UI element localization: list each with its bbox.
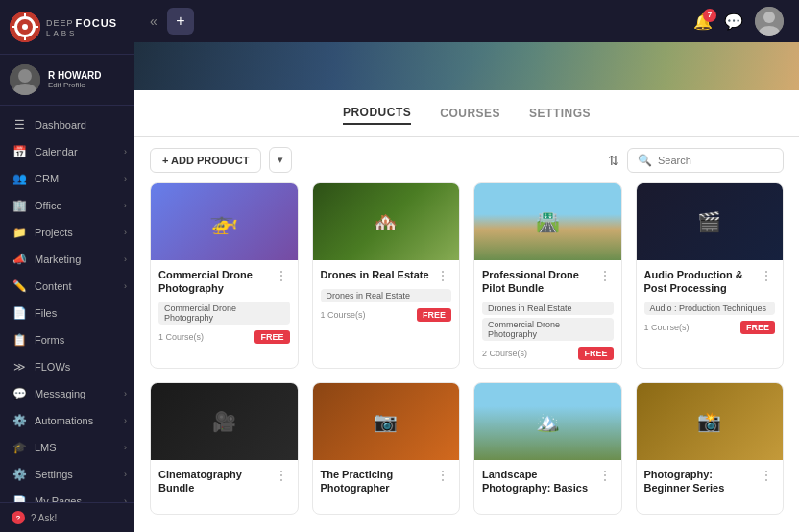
lms-icon: 🎓	[12, 441, 27, 454]
mypages-icon: 📄	[12, 495, 27, 502]
product-title: The Practicing Photographer	[321, 468, 431, 496]
automations-icon: ⚙️	[12, 414, 27, 427]
sidebar-item-marketing[interactable]: 📣 Marketing ›	[0, 246, 134, 273]
product-card[interactable]: Professional Drone Pilot Bundle ⋮ Drones…	[473, 182, 622, 369]
tab-products[interactable]: PRODUCTS	[343, 102, 411, 125]
card-menu-button[interactable]: ⋮	[758, 468, 775, 483]
sidebar-item-messaging[interactable]: 💬 Messaging ›	[0, 380, 134, 407]
card-header: The Practicing Photographer ⋮	[321, 468, 452, 496]
dashboard-icon: ☰	[12, 118, 27, 132]
product-title: Landscape Photography: Basics	[482, 468, 593, 496]
search-input[interactable]	[658, 155, 773, 166]
main-area: « + 🔔 7 💬 PRODUCTS COURSES	[134, 0, 799, 532]
chevron-right-icon: ›	[124, 281, 127, 291]
logo-post: LABS	[46, 29, 117, 37]
product-image	[313, 183, 460, 260]
user-name: R HOWARD	[48, 70, 102, 81]
sidebar-item-mypages[interactable]: 📄 My Pages ›	[0, 488, 134, 502]
card-footer: 1 Course(s) FREE	[321, 308, 452, 322]
add-button[interactable]: +	[167, 8, 194, 35]
sidebar-item-content[interactable]: ✏️ Content ›	[0, 273, 134, 300]
sidebar-item-label: Office	[35, 200, 62, 211]
add-product-button[interactable]: + ADD PRODUCT	[150, 148, 261, 173]
sidebar-user[interactable]: R HOWARD Edit Profile	[0, 55, 134, 106]
product-title: Commercial Drone Photography	[158, 268, 269, 296]
courses-count: 1 Course(s)	[158, 332, 204, 342]
product-card[interactable]: Cinematography Bundle ⋮	[150, 382, 299, 516]
tabs-bar: PRODUCTS COURSES SETTINGS	[134, 90, 799, 137]
add-product-label: + ADD PRODUCT	[162, 155, 249, 166]
card-menu-button[interactable]: ⋮	[758, 268, 775, 283]
chevron-right-icon: ›	[124, 496, 127, 502]
sidebar-item-calendar[interactable]: 📅 Calendar ›	[0, 138, 134, 165]
product-card[interactable]: Photography: Beginner Series ⋮	[636, 382, 785, 516]
logo-text-block: DEEP FOCUS LABS	[46, 17, 117, 37]
card-menu-button[interactable]: ⋮	[596, 468, 614, 483]
sidebar-item-projects[interactable]: 📁 Projects ›	[0, 219, 134, 246]
product-tag: Commercial Drone Photography	[482, 318, 614, 341]
sidebar-item-lms[interactable]: 🎓 LMS ›	[0, 434, 134, 461]
svg-point-8	[18, 69, 32, 83]
content-icon: ✏️	[12, 279, 27, 293]
sidebar-item-label: Automations	[35, 415, 93, 426]
product-title: Professional Drone Pilot Bundle	[482, 268, 593, 296]
sidebar-item-files[interactable]: 📄 Files	[0, 300, 134, 326]
notifications-button[interactable]: 🔔 7	[693, 12, 713, 31]
office-icon: 🏢	[12, 199, 27, 212]
sidebar-item-office[interactable]: 🏢 Office ›	[0, 192, 134, 219]
product-image	[151, 383, 298, 460]
sort-button[interactable]: ⇅	[608, 153, 619, 168]
sort-icon: ⇅	[608, 153, 619, 168]
chevron-right-icon: ›	[124, 147, 127, 157]
card-menu-button[interactable]: ⋮	[434, 268, 451, 283]
help-button[interactable]: ? ? Ask!	[0, 502, 134, 532]
messages-button[interactable]: 💬	[724, 12, 743, 31]
product-title: Photography: Beginner Series	[644, 468, 755, 496]
sidebar-item-forms[interactable]: 📋 Forms	[0, 326, 134, 353]
logo-main: FOCUS	[76, 17, 118, 29]
user-info: R HOWARD Edit Profile	[48, 70, 102, 89]
sidebar-item-label: Files	[35, 307, 57, 319]
dropdown-button[interactable]: ▾	[269, 147, 292, 173]
help-label: ? Ask!	[31, 513, 57, 523]
card-menu-button[interactable]: ⋮	[434, 468, 451, 483]
product-tag: Audio : Production Techniques	[644, 302, 776, 315]
card-menu-button[interactable]: ⋮	[596, 268, 614, 283]
product-card[interactable]: The Practicing Photographer ⋮	[312, 382, 461, 516]
sidebar-item-automations[interactable]: ⚙️ Automations ›	[0, 407, 134, 434]
product-card[interactable]: Drones in Real Estate ⋮ Drones in Real E…	[312, 182, 461, 369]
card-header: Cinematography Bundle ⋮	[158, 468, 290, 496]
card-header: Commercial Drone Photography ⋮	[158, 268, 290, 296]
card-footer: 1 Course(s) FREE	[644, 321, 776, 334]
product-card[interactable]: Landscape Photography: Basics ⋮	[473, 382, 622, 516]
marketing-icon: 📣	[12, 253, 27, 266]
product-card[interactable]: Commercial Drone Photography ⋮ Commercia…	[150, 182, 299, 369]
card-menu-button[interactable]: ⋮	[273, 268, 290, 283]
sidebar-item-flows[interactable]: ≫ FLOWs	[0, 353, 134, 380]
sidebar-item-settings[interactable]: ⚙️ Settings ›	[0, 461, 134, 488]
user-edit-link[interactable]: Edit Profile	[48, 81, 102, 89]
chevron-right-icon: ›	[124, 228, 127, 237]
avatar	[10, 64, 40, 95]
card-tags: Drones in Real Estate Commercial Drone P…	[482, 302, 614, 341]
crm-icon: 👥	[12, 172, 27, 185]
user-avatar-topbar[interactable]	[755, 7, 784, 36]
tab-courses[interactable]: COURSES	[440, 103, 500, 124]
card-body: Cinematography Bundle ⋮	[151, 460, 298, 515]
dropdown-icon: ▾	[278, 154, 283, 165]
product-title: Cinematography Bundle	[158, 468, 269, 496]
collapse-sidebar-button[interactable]: «	[150, 13, 157, 29]
hero-banner	[134, 42, 799, 90]
sidebar-item-crm[interactable]: 👥 CRM ›	[0, 165, 134, 192]
product-card[interactable]: Audio Production & Post Processing ⋮ Aud…	[636, 182, 785, 369]
sidebar-item-label: Projects	[35, 227, 73, 238]
sidebar-nav: ☰ Dashboard 📅 Calendar › 👥 CRM › 🏢 Offic…	[0, 106, 134, 502]
card-header: Landscape Photography: Basics ⋮	[482, 468, 614, 496]
search-icon: 🔍	[638, 154, 652, 167]
card-body: Professional Drone Pilot Bundle ⋮ Drones…	[474, 260, 621, 368]
sidebar-item-dashboard[interactable]: ☰ Dashboard	[0, 111, 134, 138]
product-tag: Drones in Real Estate	[321, 289, 452, 302]
tab-settings[interactable]: SETTINGS	[529, 103, 591, 124]
card-menu-button[interactable]: ⋮	[273, 468, 290, 483]
topbar-right: 🔔 7 💬	[693, 7, 784, 36]
